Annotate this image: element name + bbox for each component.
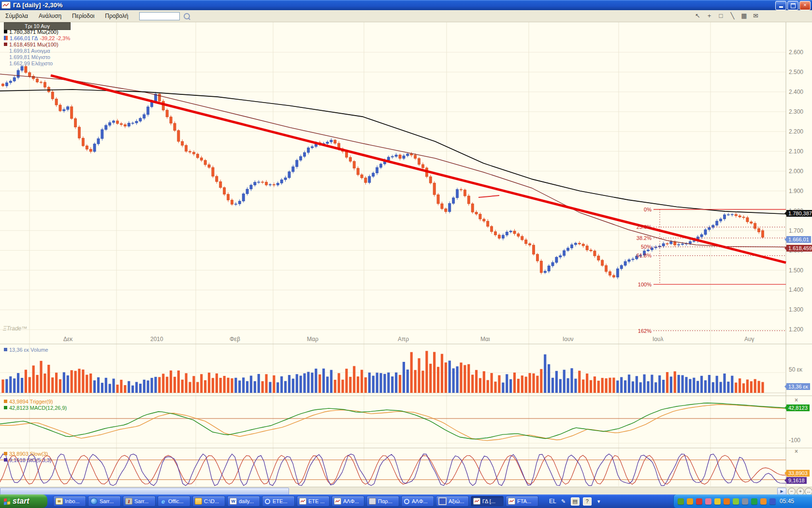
window-tool-icon[interactable]: □ — [717, 12, 725, 20]
chart-icon — [334, 498, 341, 505]
watermark: ΞTrade™ — [3, 325, 27, 332]
language-indicator[interactable]: EL — [549, 498, 556, 505]
series-marker-icon — [4, 400, 7, 403]
close-macd-pane-icon[interactable]: × — [795, 397, 798, 403]
tray-icon[interactable] — [678, 498, 684, 505]
restore-button[interactable] — [787, 1, 798, 10]
fib-level-label: 61.8% — [623, 253, 652, 258]
tray-icon[interactable] — [724, 498, 730, 505]
grid-tool-icon[interactable]: ▦ — [740, 12, 748, 20]
search-icon — [404, 498, 410, 504]
help-icon[interactable]: ? — [583, 497, 592, 506]
chart-icon — [473, 498, 480, 505]
menu-item-3[interactable]: Προβολή — [100, 11, 133, 21]
search-icon[interactable] — [184, 13, 190, 19]
series-marker-icon — [4, 406, 7, 409]
pen-input-icon[interactable]: ✎ — [560, 498, 567, 505]
chart-icon — [299, 498, 306, 505]
series-marker-icon — [4, 30, 7, 33]
tray-icon[interactable] — [687, 498, 693, 505]
toolbar-options-chevron-icon[interactable]: ▾ — [595, 498, 603, 505]
taskbar-task-5[interactable]: Wdaily... — [227, 496, 260, 507]
month-label: Ιουλ — [652, 336, 664, 343]
legend-row: 1.618,4591 Μω(100) — [4, 41, 70, 47]
menubar: ΣύμβολαΑνάλυσηΠερίοδοιΠροβολή ↖+□╲▦✉ — [0, 10, 812, 22]
volume-marker-icon — [4, 348, 7, 351]
price-tick: 2.200 — [789, 128, 803, 135]
tray-icon[interactable] — [751, 498, 757, 505]
taskbar-tasks: ✉Inbo...Sarr...⚷Sarr...eOffic...C:\D...W… — [53, 496, 538, 507]
mail-icon[interactable]: ✉ — [752, 12, 760, 20]
taskbar-task-3[interactable]: eOffic... — [158, 496, 190, 507]
close-button[interactable]: × — [799, 1, 811, 10]
price-tick: 2.600 — [789, 49, 803, 56]
candle-marker-icon — [4, 36, 8, 40]
fib-level-label: 23.6% — [623, 224, 652, 230]
menu-item-1[interactable]: Ανάλυση — [33, 11, 67, 21]
fib-level-label: 100% — [623, 282, 652, 287]
fib-level-label: 0% — [623, 207, 652, 212]
taskbar-task-9[interactable]: Παρ... — [366, 496, 399, 507]
crosshair-tool-icon[interactable]: + — [705, 12, 713, 20]
month-label: Μαρ — [307, 336, 319, 343]
taskbar-task-1[interactable]: Sarr... — [88, 496, 121, 507]
taskbar-task-13[interactable]: FTA... — [506, 496, 538, 507]
price-legend: 1.780,3871 Μω(200)1.666,01 ΓΔ -39,22 -2,… — [4, 29, 70, 66]
month-label: 2010 — [150, 336, 163, 343]
taskbar-task-2[interactable]: ⚷Sarr... — [123, 496, 156, 507]
legend-row: 1.780,3871 Μω(200) — [4, 29, 70, 35]
taskbar-task-12[interactable]: ΓΔ [... — [471, 496, 504, 507]
clock[interactable]: 05:45 — [780, 498, 794, 505]
tray-icon[interactable] — [760, 498, 767, 505]
price-tick: 2.300 — [789, 108, 803, 115]
stoch-k-tag: 9,1618 — [786, 477, 807, 484]
system-tray: 05:45 — [673, 494, 812, 508]
fib-level-label: 162% — [623, 328, 652, 334]
macd-axis-label: -100 — [789, 437, 800, 444]
close-stoch-pane-icon[interactable]: × — [795, 448, 798, 455]
tray-icon[interactable] — [705, 498, 711, 505]
tray-icon[interactable] — [769, 498, 776, 505]
taskbar-task-6[interactable]: ETE... — [262, 496, 295, 507]
legend-row: 1.699,81 Μέγιστο — [4, 54, 70, 60]
tray-icon[interactable] — [742, 498, 748, 505]
taskbar-task-8[interactable]: ΑΛΦ... — [332, 496, 364, 507]
month-label: Μαι — [480, 336, 490, 343]
taskbar-task-4[interactable]: C:\D... — [192, 496, 225, 507]
series-marker-icon — [4, 458, 7, 462]
stochastic-legend: 33,8903 Slow(3)9,1618 StO(5,3,3) — [4, 450, 51, 463]
search-icon — [264, 498, 271, 504]
menu-item-2[interactable]: Περίοδοι — [67, 11, 100, 21]
chart-toolbar: ↖+□╲▦✉ — [694, 12, 760, 20]
volume-axis-label: 50 εκ — [789, 366, 802, 373]
window-titlebar: ΓΔ [daily] -2,30% × — [0, 0, 812, 10]
menu-item-0[interactable]: Σύμβολα — [0, 11, 33, 21]
stoch-slow-tag: 33,8903 — [786, 470, 810, 477]
month-label: Φεβ — [230, 336, 240, 343]
price-tick: 1.900 — [789, 188, 803, 194]
month-label: Απρ — [398, 336, 409, 343]
taskbar-task-11[interactable]: Αξιώ... — [436, 496, 469, 507]
legend-row: 33,8903 Slow(3) — [4, 450, 51, 457]
price-chart-canvas[interactable] — [0, 0, 812, 508]
tray-icon[interactable] — [733, 498, 739, 505]
taskbar-task-10[interactable]: ΑΛΦ... — [401, 496, 434, 507]
keyboard-icon[interactable]: ▤ — [571, 497, 580, 506]
month-label: Αυγ — [744, 336, 754, 343]
trendline-tool-icon[interactable]: ╲ — [728, 12, 737, 20]
symbol-search-input[interactable] — [139, 12, 180, 20]
minimize-button[interactable] — [775, 1, 786, 10]
price-tag: 1.618,459 — [786, 245, 812, 252]
folder-icon — [195, 498, 202, 505]
price-tag: 1.666,01 — [786, 236, 811, 243]
horizontal-scrollbar[interactable]: ▶ − + ↔ — [0, 487, 812, 495]
price-tick: 2.100 — [789, 148, 803, 155]
taskbar-task-7[interactable]: ETE ... — [297, 496, 330, 507]
tray-icon[interactable] — [714, 498, 721, 505]
start-button[interactable]: start — [0, 494, 47, 508]
price-tick: 2.500 — [789, 69, 803, 75]
taskbar-task-0[interactable]: ✉Inbo... — [53, 496, 86, 507]
pointer-tool-icon[interactable]: ↖ — [694, 12, 702, 20]
tray-icon[interactable] — [696, 498, 702, 505]
mail-icon: ✉ — [56, 498, 63, 505]
